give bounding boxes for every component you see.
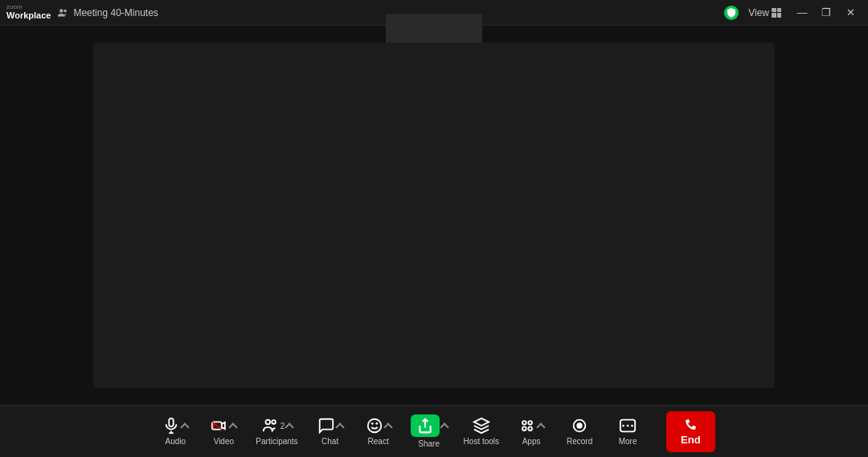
window-controls: — ❐ ✕	[791, 4, 862, 22]
react-chevron-icon[interactable]	[383, 422, 392, 431]
end-call-icon	[683, 418, 698, 432]
meeting-title-text: Meeting 40-Minutes	[73, 7, 158, 18]
share-button[interactable]: Share	[404, 410, 454, 453]
svg-point-8	[265, 420, 270, 425]
svg-point-14	[522, 421, 526, 425]
record-icon-row	[571, 417, 588, 435]
people-icon	[57, 7, 68, 18]
share-icon	[417, 418, 433, 434]
audio-label: Audio	[166, 437, 186, 446]
toolbar: Audio Video 2 Participants	[0, 405, 868, 457]
participants-count: 2	[280, 422, 285, 430]
apps-button[interactable]: Apps	[509, 412, 554, 451]
security-shield-icon	[724, 6, 739, 20]
audio-icon-row	[162, 417, 188, 435]
record-button[interactable]: Record	[557, 412, 602, 451]
record-label: Record	[567, 437, 592, 446]
participants-label: Participants	[256, 437, 297, 446]
audio-chevron-icon[interactable]	[181, 422, 190, 431]
more-icon	[619, 417, 637, 435]
apps-label: Apps	[522, 437, 541, 446]
share-chevron-icon[interactable]	[440, 422, 448, 431]
host-tools-icon-row	[473, 417, 490, 435]
video-chevron-icon[interactable]	[229, 422, 238, 431]
svg-point-20	[627, 425, 629, 427]
share-icon-row	[411, 414, 448, 437]
more-icon-row	[619, 417, 637, 435]
video-button[interactable]: Video	[201, 412, 246, 451]
svg-point-16	[522, 426, 526, 430]
chat-button[interactable]: Chat	[308, 412, 353, 451]
end-button[interactable]: End	[666, 411, 715, 452]
share-label: Share	[418, 439, 440, 448]
svg-point-21	[622, 425, 624, 427]
host-tools-icon	[473, 417, 490, 435]
end-label: End	[681, 434, 701, 446]
participants-button[interactable]: 2 Participants	[249, 412, 304, 451]
host-tools-button[interactable]: Host tools	[457, 412, 506, 451]
small-video-strip	[386, 14, 482, 43]
react-icon	[366, 417, 383, 435]
participants-icon-row: 2	[261, 417, 293, 435]
video-label: Video	[214, 437, 234, 446]
view-button[interactable]: View	[743, 6, 786, 20]
workplace-text: Workplace	[6, 10, 51, 21]
svg-rect-2	[170, 418, 174, 426]
meeting-title: Meeting 40-Minutes	[57, 7, 158, 18]
view-grid-icon	[772, 8, 781, 18]
more-button[interactable]: More	[605, 412, 650, 451]
close-button[interactable]: ✕	[839, 4, 862, 22]
zoom-logo: zoom Workplace	[6, 4, 51, 21]
title-left: zoom Workplace Meeting 40-Minutes	[6, 4, 158, 21]
end-button-wrap: End	[666, 411, 715, 452]
main-content	[0, 26, 868, 405]
view-label: View	[748, 7, 769, 18]
svg-point-19	[577, 423, 582, 428]
svg-point-0	[60, 9, 63, 12]
record-icon	[571, 417, 588, 435]
apps-icon	[518, 417, 536, 435]
participants-chevron-icon[interactable]	[285, 422, 294, 431]
video-area	[93, 43, 775, 388]
zoom-text: zoom	[6, 4, 23, 10]
participants-icon	[261, 417, 279, 435]
video-icon-row	[211, 417, 236, 435]
react-icon-row	[366, 417, 391, 435]
share-icon-bg	[411, 414, 440, 437]
svg-point-17	[528, 426, 532, 430]
video-icon	[211, 417, 228, 435]
more-label: More	[619, 437, 637, 446]
host-tools-label: Host tools	[464, 437, 499, 446]
apps-icon-row	[518, 417, 544, 435]
svg-point-22	[631, 425, 633, 427]
react-label: React	[368, 437, 389, 446]
svg-point-9	[272, 420, 276, 424]
audio-button[interactable]: Audio	[153, 412, 198, 451]
restore-button[interactable]: ❐	[815, 4, 837, 22]
chat-icon-row	[317, 417, 343, 435]
svg-point-15	[528, 421, 532, 425]
minimize-button[interactable]: —	[791, 4, 813, 22]
chat-label: Chat	[321, 437, 338, 446]
svg-point-1	[64, 9, 68, 12]
apps-chevron-icon[interactable]	[536, 422, 545, 431]
chat-icon	[317, 417, 335, 435]
title-right: View — ❐ ✕	[724, 4, 862, 22]
react-button[interactable]: React	[356, 412, 401, 451]
chat-chevron-icon[interactable]	[335, 422, 344, 431]
svg-point-10	[367, 419, 381, 433]
microphone-icon	[162, 417, 180, 435]
